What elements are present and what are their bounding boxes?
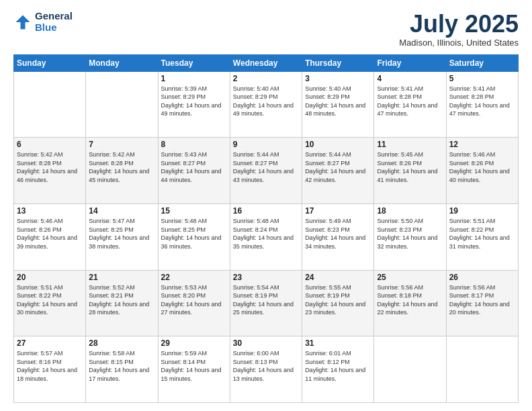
day-info: Sunrise: 6:00 AM Sunset: 8:13 PM Dayligh… (233, 349, 299, 383)
day-number: 9 (233, 140, 299, 149)
calendar-cell: 2Sunrise: 5:40 AM Sunset: 8:29 PM Daylig… (230, 71, 302, 138)
calendar-header-sunday: Sunday (14, 54, 86, 71)
day-number: 5 (449, 74, 515, 83)
calendar-cell: 28Sunrise: 5:58 AM Sunset: 8:15 PM Dayli… (86, 336, 158, 403)
calendar-cell: 30Sunrise: 6:00 AM Sunset: 8:13 PM Dayli… (230, 336, 302, 403)
calendar-cell: 23Sunrise: 5:54 AM Sunset: 8:19 PM Dayli… (230, 270, 302, 336)
day-number: 24 (305, 273, 371, 282)
day-number: 28 (89, 338, 154, 348)
title-block: July 2025 Madison, Illinois, United Stat… (399, 11, 519, 48)
day-number: 14 (89, 206, 154, 216)
calendar-cell: 6Sunrise: 5:42 AM Sunset: 8:28 PM Daylig… (14, 138, 86, 204)
day-number: 22 (161, 273, 227, 282)
calendar-cell (14, 71, 86, 138)
calendar-cell: 15Sunrise: 5:48 AM Sunset: 8:25 PM Dayli… (158, 203, 230, 270)
day-number: 1 (161, 74, 227, 83)
day-info: Sunrise: 5:59 AM Sunset: 8:14 PM Dayligh… (161, 349, 227, 383)
svg-marker-0 (16, 15, 30, 29)
day-number: 7 (89, 140, 154, 149)
day-number: 13 (17, 206, 83, 216)
calendar-cell: 9Sunrise: 5:44 AM Sunset: 8:27 PM Daylig… (230, 138, 302, 204)
calendar-header-row: SundayMondayTuesdayWednesdayThursdayFrid… (14, 54, 519, 71)
day-info: Sunrise: 5:48 AM Sunset: 8:25 PM Dayligh… (161, 217, 227, 250)
header: General Blue July 2025 Madison, Illinois… (13, 11, 519, 48)
day-number: 11 (377, 140, 443, 149)
logo: General Blue (13, 11, 73, 33)
day-info: Sunrise: 5:49 AM Sunset: 8:23 PM Dayligh… (305, 217, 371, 250)
day-info: Sunrise: 5:43 AM Sunset: 8:27 PM Dayligh… (161, 150, 227, 184)
calendar-cell (446, 336, 518, 403)
day-number: 3 (305, 74, 371, 83)
day-number: 8 (161, 140, 227, 149)
calendar-header-monday: Monday (86, 54, 158, 71)
day-number: 20 (17, 273, 83, 282)
day-number: 16 (233, 206, 299, 216)
calendar-cell: 18Sunrise: 5:50 AM Sunset: 8:23 PM Dayli… (374, 203, 446, 270)
calendar-cell: 1Sunrise: 5:39 AM Sunset: 8:29 PM Daylig… (158, 71, 230, 138)
calendar-cell: 16Sunrise: 5:48 AM Sunset: 8:24 PM Dayli… (230, 203, 302, 270)
day-info: Sunrise: 5:51 AM Sunset: 8:22 PM Dayligh… (17, 283, 83, 317)
day-info: Sunrise: 5:51 AM Sunset: 8:22 PM Dayligh… (449, 217, 515, 250)
location: Madison, Illinois, United States (399, 38, 519, 48)
calendar-cell: 26Sunrise: 5:56 AM Sunset: 8:17 PM Dayli… (446, 270, 518, 336)
month-title: July 2025 (399, 11, 519, 38)
logo-general: General (35, 10, 73, 21)
calendar-week-5: 27Sunrise: 5:57 AM Sunset: 8:16 PM Dayli… (14, 336, 519, 403)
calendar-cell: 7Sunrise: 5:42 AM Sunset: 8:28 PM Daylig… (86, 138, 158, 204)
calendar-cell: 24Sunrise: 5:55 AM Sunset: 8:19 PM Dayli… (302, 270, 374, 336)
page: General Blue July 2025 Madison, Illinois… (0, 0, 532, 411)
day-number: 30 (233, 338, 299, 348)
calendar-cell: 4Sunrise: 5:41 AM Sunset: 8:28 PM Daylig… (374, 71, 446, 138)
day-number: 17 (305, 206, 371, 216)
calendar-cell: 29Sunrise: 5:59 AM Sunset: 8:14 PM Dayli… (158, 336, 230, 403)
day-number: 23 (233, 273, 299, 282)
calendar-header-tuesday: Tuesday (158, 54, 230, 71)
day-number: 29 (161, 338, 227, 348)
day-number: 19 (449, 206, 515, 216)
calendar-week-2: 6Sunrise: 5:42 AM Sunset: 8:28 PM Daylig… (14, 138, 519, 204)
calendar-cell: 27Sunrise: 5:57 AM Sunset: 8:16 PM Dayli… (14, 336, 86, 403)
calendar-cell: 31Sunrise: 6:01 AM Sunset: 8:12 PM Dayli… (302, 336, 374, 403)
day-info: Sunrise: 5:42 AM Sunset: 8:28 PM Dayligh… (89, 150, 154, 184)
day-info: Sunrise: 5:39 AM Sunset: 8:29 PM Dayligh… (161, 85, 227, 118)
calendar-cell: 5Sunrise: 5:41 AM Sunset: 8:28 PM Daylig… (446, 71, 518, 138)
day-number: 26 (449, 273, 515, 282)
day-info: Sunrise: 5:48 AM Sunset: 8:24 PM Dayligh… (233, 217, 299, 250)
day-info: Sunrise: 5:56 AM Sunset: 8:18 PM Dayligh… (377, 283, 443, 317)
calendar-cell (374, 336, 446, 403)
calendar-cell: 13Sunrise: 5:46 AM Sunset: 8:26 PM Dayli… (14, 203, 86, 270)
day-number: 15 (161, 206, 227, 216)
calendar-cell: 25Sunrise: 5:56 AM Sunset: 8:18 PM Dayli… (374, 270, 446, 336)
day-info: Sunrise: 5:46 AM Sunset: 8:26 PM Dayligh… (449, 150, 515, 184)
day-number: 25 (377, 273, 443, 282)
day-info: Sunrise: 5:47 AM Sunset: 8:25 PM Dayligh… (89, 217, 154, 250)
day-info: Sunrise: 6:01 AM Sunset: 8:12 PM Dayligh… (305, 349, 371, 383)
day-number: 18 (377, 206, 443, 216)
day-number: 2 (233, 74, 299, 83)
day-info: Sunrise: 5:40 AM Sunset: 8:29 PM Dayligh… (305, 85, 371, 118)
day-number: 21 (89, 273, 154, 282)
calendar-week-4: 20Sunrise: 5:51 AM Sunset: 8:22 PM Dayli… (14, 270, 519, 336)
calendar-cell: 11Sunrise: 5:45 AM Sunset: 8:26 PM Dayli… (374, 138, 446, 204)
logo-text: General Blue (35, 11, 73, 33)
logo-blue: Blue (35, 21, 57, 33)
calendar-week-1: 1Sunrise: 5:39 AM Sunset: 8:29 PM Daylig… (14, 71, 519, 138)
day-number: 12 (449, 140, 515, 149)
day-info: Sunrise: 5:41 AM Sunset: 8:28 PM Dayligh… (449, 85, 515, 118)
calendar-cell: 8Sunrise: 5:43 AM Sunset: 8:27 PM Daylig… (158, 138, 230, 204)
day-info: Sunrise: 5:44 AM Sunset: 8:27 PM Dayligh… (305, 150, 371, 184)
calendar-cell: 20Sunrise: 5:51 AM Sunset: 8:22 PM Dayli… (14, 270, 86, 336)
calendar-header-wednesday: Wednesday (230, 54, 302, 71)
day-number: 4 (377, 74, 443, 83)
day-info: Sunrise: 5:40 AM Sunset: 8:29 PM Dayligh… (233, 85, 299, 118)
calendar-cell: 21Sunrise: 5:52 AM Sunset: 8:21 PM Dayli… (86, 270, 158, 336)
day-info: Sunrise: 5:50 AM Sunset: 8:23 PM Dayligh… (377, 217, 443, 250)
day-info: Sunrise: 5:45 AM Sunset: 8:26 PM Dayligh… (377, 150, 443, 184)
calendar-cell: 17Sunrise: 5:49 AM Sunset: 8:23 PM Dayli… (302, 203, 374, 270)
calendar-cell: 22Sunrise: 5:53 AM Sunset: 8:20 PM Dayli… (158, 270, 230, 336)
day-number: 10 (305, 140, 371, 149)
calendar-header-friday: Friday (374, 54, 446, 71)
calendar-week-3: 13Sunrise: 5:46 AM Sunset: 8:26 PM Dayli… (14, 203, 519, 270)
calendar-header-thursday: Thursday (302, 54, 374, 71)
calendar-cell: 3Sunrise: 5:40 AM Sunset: 8:29 PM Daylig… (302, 71, 374, 138)
